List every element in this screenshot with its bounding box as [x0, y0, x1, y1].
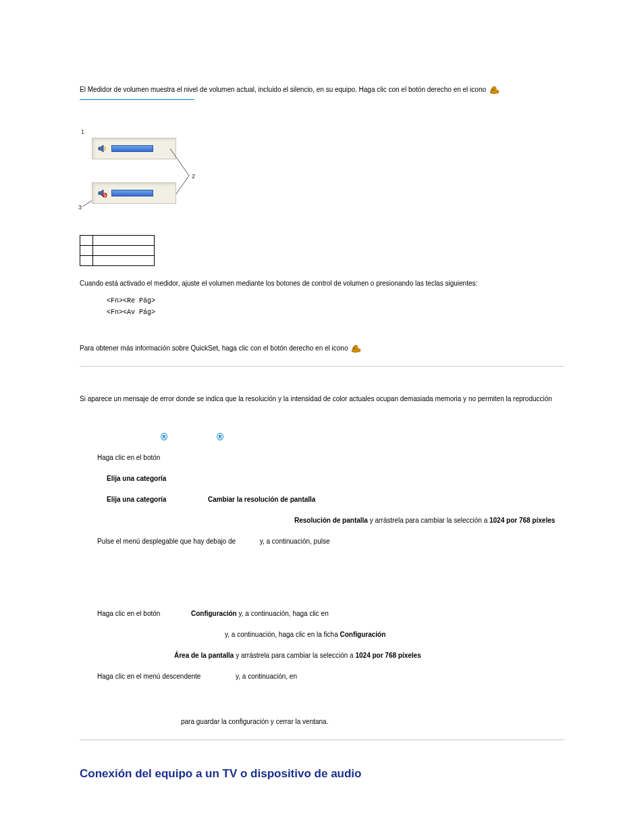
- volume-panel-muted: [92, 182, 176, 204]
- text: y arrástrela para cambiar la selección a: [368, 517, 489, 524]
- text: para guardar la configuración y cerrar l…: [181, 718, 328, 725]
- step-xp-5: Pulse el menú desplegable que hay debajo…: [80, 536, 564, 547]
- text: Configuración: [340, 631, 385, 638]
- text: Para obtener más información sobre Quick…: [80, 344, 350, 352]
- key-combo-2: <Fn><Av Pág>: [80, 309, 564, 316]
- step-w2k-1: Haga clic en el botón Configuración y, a…: [80, 608, 564, 619]
- underline-link-decoration: [80, 99, 194, 100]
- svg-line-1: [170, 149, 189, 176]
- text: 1024 por 768 píxeles: [355, 652, 421, 659]
- text: El Medidor de volumen muestra el nivel d…: [80, 86, 488, 93]
- text: y, a continuación, haga clic en la ficha: [225, 631, 340, 638]
- table-cell: [80, 246, 93, 256]
- svg-point-6: [354, 348, 356, 350]
- registered-symbol: ®: [161, 432, 167, 442]
- text: Elija una categoría: [107, 475, 166, 482]
- adjust-volume-text: Cuando está activado el medidor, ajuste …: [80, 278, 564, 289]
- step-w2k-4: Haga clic en el menú descendente y, a co…: [80, 671, 564, 682]
- text: Haga clic en el menú descendente: [97, 673, 203, 680]
- text: 1024 por 768 píxeles: [489, 517, 555, 524]
- callout-1: 1: [81, 128, 84, 135]
- svg-point-0: [491, 89, 493, 91]
- text: Área de la pantalla: [174, 652, 234, 659]
- text: Haga clic en el botón: [97, 454, 160, 461]
- text: y, a continuación, haga clic en: [237, 610, 329, 617]
- text: y, a continuación, pulse: [260, 538, 330, 545]
- quickset-icon: [351, 344, 362, 353]
- speaker-icon: [98, 144, 107, 153]
- text: y arrástrela para cambiar la selección a: [234, 652, 355, 659]
- text: Cambiar la resolución de pantalla: [208, 496, 316, 503]
- volume-panel-normal: [92, 138, 176, 159]
- key-combo-1: <Fn><Re Pág>: [80, 297, 564, 305]
- table-cell: [93, 256, 155, 266]
- step-xp-2: Elija una categoría: [80, 473, 564, 484]
- svg-line-5: [103, 194, 106, 197]
- text: Haga clic en el botón: [97, 610, 162, 617]
- step-final: para guardar la configuración y cerrar l…: [80, 716, 564, 727]
- step-xp-1: Haga clic en el botón: [80, 452, 564, 463]
- text: Configuración: [191, 610, 237, 617]
- legend-table: [80, 235, 155, 266]
- section-heading-tv-audio: Conexión del equipo a un TV o dispositiv…: [80, 767, 564, 781]
- step-w2k-3: Área de la pantalla y arrástrela para ca…: [80, 650, 564, 661]
- registered-symbol: ®: [217, 432, 223, 442]
- step-xp-4: Resolución de pantalla y arrástrela para…: [80, 515, 564, 526]
- text: Elija una categoría: [107, 496, 166, 503]
- volume-bar: [111, 145, 153, 152]
- text: Pulse el menú desplegable que hay debajo…: [97, 538, 238, 545]
- quickset-icon: [489, 85, 500, 95]
- divider: [80, 739, 564, 740]
- error-resolution-text: Si aparece un mensaje de error donde se …: [80, 394, 564, 405]
- more-info-text: Para obtener más información sobre Quick…: [80, 343, 564, 354]
- table-cell: [93, 236, 155, 246]
- divider: [80, 366, 564, 367]
- volume-meter-description: El Medidor de volumen muestra el nivel d…: [80, 84, 564, 95]
- table-cell: [93, 246, 155, 256]
- text: y, a continuación, en: [236, 673, 297, 680]
- table-cell: [80, 236, 93, 246]
- step-w2k-2: y, a continuación, haga clic en la ficha…: [80, 629, 564, 640]
- speaker-muted-icon: [98, 188, 107, 198]
- volume-meter-diagram: 1 2 3: [80, 134, 201, 221]
- text: Resolución de pantalla: [294, 517, 368, 524]
- table-cell: [80, 256, 93, 266]
- callout-3: 3: [78, 204, 82, 211]
- volume-bar-muted: [111, 190, 153, 197]
- step-xp-3: Elija una categoría Cambiar la resolució…: [80, 494, 564, 505]
